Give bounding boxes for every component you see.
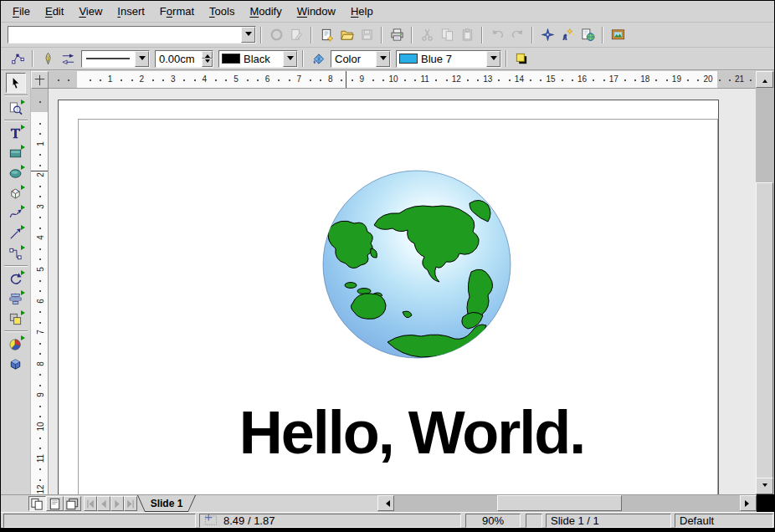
master-view-button[interactable]	[46, 496, 64, 511]
menu-edit[interactable]: Edit	[38, 3, 71, 20]
select-tool-button[interactable]	[6, 73, 26, 93]
horizontal-scrollbar-thumb[interactable]	[497, 495, 622, 511]
url-input[interactable]	[8, 27, 241, 43]
status-zoom-panel[interactable]: 90%	[465, 514, 521, 528]
main-toolbar	[1, 70, 31, 494]
stylist-button[interactable]	[557, 25, 577, 45]
cut-button[interactable]	[417, 25, 437, 45]
fill-color-dropdown-button[interactable]	[486, 51, 500, 67]
fill-color-select[interactable]: Blue 7	[396, 50, 501, 68]
cursor-position-mark	[31, 171, 48, 171]
line-style-dropdown-button[interactable]	[135, 51, 149, 67]
url-dropdown-button[interactable]	[241, 27, 255, 43]
menu-modify[interactable]: Modify	[242, 3, 289, 20]
lines-arrows-tool-button[interactable]	[6, 223, 26, 243]
first-slide-button[interactable]	[84, 496, 97, 511]
copy-button[interactable]	[437, 25, 457, 45]
menu-tools[interactable]: Tools	[202, 3, 242, 20]
new-button[interactable]	[316, 25, 336, 45]
curve-tool-button[interactable]	[6, 203, 26, 223]
edit-points-button[interactable]	[8, 49, 28, 69]
status-modified-panel	[526, 514, 542, 528]
insert-tool-button[interactable]	[6, 334, 26, 354]
flyout-indicator-icon	[21, 145, 25, 150]
layer-view-button[interactable]	[64, 496, 81, 511]
scroll-right-button[interactable]	[740, 495, 757, 511]
next-slide-button[interactable]	[110, 496, 124, 511]
rotate-tool-button[interactable]	[6, 269, 26, 289]
line-color-label: Black	[244, 53, 270, 65]
horizontal-scrollbar[interactable]	[377, 495, 757, 512]
ruler-number: 20	[703, 74, 712, 84]
fill-style-dropdown-button[interactable]	[376, 51, 390, 67]
line-width-increase-button[interactable]	[202, 51, 213, 59]
vertical-scrollbar[interactable]	[756, 71, 774, 494]
line-button[interactable]	[38, 49, 58, 69]
ruler-number: 2	[139, 74, 144, 84]
ruler-number: 3	[35, 197, 45, 215]
menu-insert[interactable]: Insert	[110, 3, 152, 20]
line-color-select[interactable]: Black	[218, 50, 298, 68]
menu-window[interactable]: Window	[290, 3, 343, 20]
status-slide-panel[interactable]: Slide 1 / 1	[546, 514, 671, 528]
arrange-tool-button[interactable]	[6, 309, 26, 329]
menu-help[interactable]: Help	[343, 3, 381, 20]
paste-button[interactable]	[457, 25, 477, 45]
line-style-select[interactable]	[81, 50, 150, 68]
slide-view-button[interactable]	[28, 496, 46, 511]
alignment-tool-button[interactable]	[6, 289, 26, 309]
redo-button[interactable]	[507, 25, 527, 45]
connector-tool-button[interactable]	[6, 243, 26, 263]
stop-button[interactable]	[266, 25, 286, 45]
save-button[interactable]	[357, 25, 377, 45]
open-button[interactable]	[336, 25, 357, 45]
menu-view[interactable]: View	[71, 3, 110, 20]
line-color-dropdown-button[interactable]	[283, 51, 297, 67]
scroll-up-button[interactable]	[756, 71, 773, 88]
function-bar	[1, 23, 774, 48]
area-button[interactable]	[308, 49, 328, 69]
slide-heading[interactable]: Hello, World.	[161, 402, 663, 463]
function-bar-buttons	[266, 25, 628, 45]
gallery-button[interactable]	[608, 25, 628, 45]
ruler-number: 7	[35, 324, 45, 341]
scroll-down-button[interactable]	[756, 478, 773, 494]
ellipse-tool-button[interactable]	[6, 163, 26, 183]
rectangle-tool-button[interactable]	[6, 143, 26, 163]
slide-tab[interactable]: Slide 1	[137, 495, 196, 512]
edit-file-button[interactable]	[286, 25, 306, 45]
menu-file[interactable]: File	[5, 3, 38, 20]
ruler-origin-box[interactable]	[31, 71, 49, 89]
previous-slide-button[interactable]	[97, 496, 110, 511]
line-width-decrease-button[interactable]	[202, 59, 213, 67]
chevron-down-icon	[287, 56, 294, 64]
line-width-spinner[interactable]	[155, 50, 213, 68]
scroll-left-button[interactable]	[377, 495, 394, 511]
url-combobox[interactable]	[8, 26, 256, 43]
text-tool-button[interactable]	[6, 123, 26, 143]
status-position-panel[interactable]: 8.49 / 1.87	[199, 514, 461, 528]
print-button[interactable]	[387, 25, 407, 45]
toolbar-separator	[506, 50, 507, 67]
fill-color-swatch	[399, 54, 418, 64]
status-page-style-panel[interactable]: Default	[675, 514, 773, 528]
vertical-scrollbar-thumb[interactable]	[756, 182, 773, 478]
effects-tool-button[interactable]	[6, 354, 26, 374]
3d-object-tool-button[interactable]	[6, 183, 26, 203]
globe-image[interactable]	[322, 170, 511, 359]
cursor-position-mark	[346, 71, 346, 88]
line-width-input[interactable]	[156, 51, 202, 67]
menu-format[interactable]: Format	[152, 3, 202, 20]
tab-bar: Slide 1	[1, 494, 774, 512]
arrow-style-button[interactable]	[58, 49, 78, 69]
shadow-button[interactable]	[511, 49, 531, 69]
ruler-number: 8	[328, 74, 333, 84]
fill-style-select[interactable]: Color	[331, 50, 391, 68]
hyperlink-button[interactable]	[577, 25, 598, 45]
last-slide-button[interactable]	[124, 496, 137, 511]
drawing-canvas[interactable]: Hello, World.	[49, 89, 757, 494]
zoom-tool-button[interactable]	[6, 98, 26, 118]
toolbar-separator	[311, 27, 312, 43]
undo-button[interactable]	[487, 25, 507, 45]
navigator-button[interactable]	[537, 25, 557, 45]
